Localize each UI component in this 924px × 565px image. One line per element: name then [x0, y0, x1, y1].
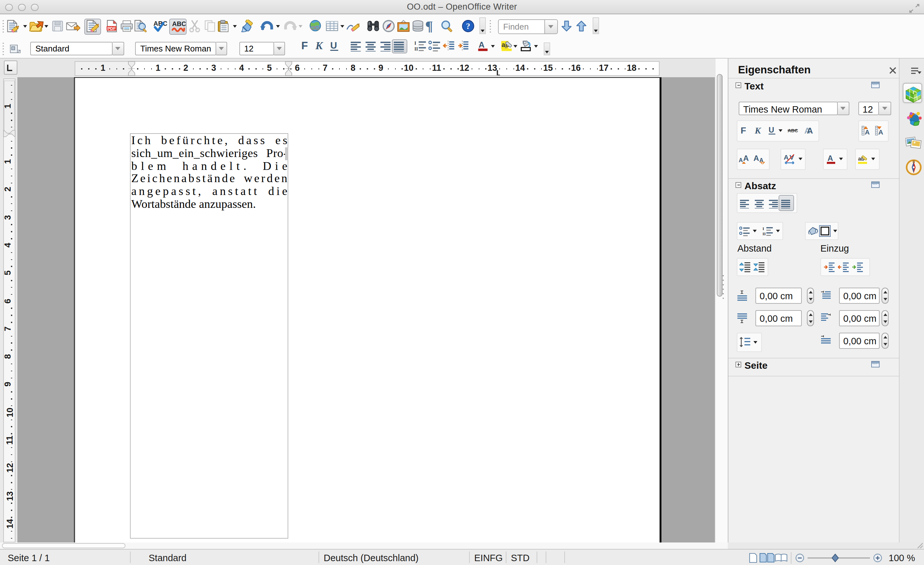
svg-text:U: U	[769, 126, 774, 134]
svg-text:A: A	[743, 154, 748, 162]
svg-text:A: A	[828, 154, 833, 162]
svg-text:I: I	[414, 40, 416, 46]
svg-text:N: N	[912, 160, 915, 163]
svg-text:A: A	[807, 126, 813, 135]
svg-text:A: A	[478, 40, 484, 49]
svg-text:II: II	[762, 231, 766, 236]
svg-text:?: ?	[466, 21, 470, 31]
svg-text:A: A	[784, 154, 789, 161]
svg-text:A: A	[753, 154, 759, 162]
svg-text:U: U	[330, 40, 337, 51]
svg-text:A: A	[739, 157, 743, 163]
svg-text:ABC: ABC	[172, 20, 186, 27]
svg-text:¶: ¶	[425, 19, 433, 33]
svg-text:K: K	[315, 40, 324, 51]
svg-text:PDF: PDF	[108, 26, 116, 31]
svg-text:A: A	[878, 128, 883, 136]
svg-text:II: II	[414, 46, 418, 51]
svg-text:K: K	[754, 126, 762, 135]
svg-text:I: I	[762, 226, 764, 231]
svg-text:F: F	[302, 40, 308, 51]
svg-text:F: F	[741, 126, 746, 135]
svg-text:A: A	[864, 128, 869, 136]
